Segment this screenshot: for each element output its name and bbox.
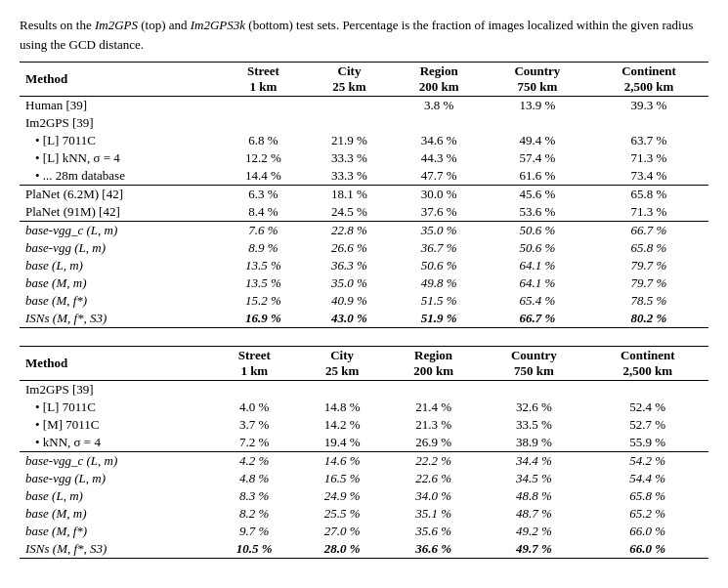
table-row: base-vgg_c (L, m)7.6 %22.8 %35.0 %50.6 %…: [20, 222, 708, 240]
cell-continent: 39.3 %: [589, 97, 708, 115]
col-city: City25 km: [306, 63, 392, 97]
table-row: • ... 28m database14.4 %33.3 %47.7 %61.6…: [20, 167, 708, 186]
cell-region: 26.9 %: [386, 434, 481, 452]
cell-continent: 65.8 %: [589, 186, 708, 204]
table-row: • [L] 7011C6.8 %21.9 %34.6 %49.4 %63.7 %: [20, 132, 708, 149]
cell-street: 4.8 %: [210, 470, 298, 487]
cell-continent: [587, 381, 708, 399]
cell-street: 8.3 %: [210, 487, 298, 505]
cell-country: 33.5 %: [481, 416, 586, 434]
cell-city: [306, 97, 392, 115]
cell-country: 32.6 %: [481, 399, 586, 416]
cell-continent: 65.8 %: [587, 487, 708, 505]
table-row: base (M, f*)9.7 %27.0 %35.6 %49.2 %66.0 …: [20, 523, 708, 540]
cell-street: 7.2 %: [210, 434, 298, 452]
cell-street: 16.9 %: [220, 310, 306, 328]
col-country: Country750 km: [486, 63, 589, 97]
cell-region: 35.1 %: [386, 505, 481, 523]
cell-country: 34.4 %: [481, 452, 586, 471]
cell-region: 50.6 %: [393, 257, 486, 274]
cell-region: 49.8 %: [393, 274, 486, 292]
cell-street: 6.3 %: [220, 186, 306, 204]
cell-continent: 55.9 %: [587, 434, 708, 452]
cell-country: 13.9 %: [486, 97, 589, 115]
cell-method: • [M] 7011C: [20, 416, 210, 434]
table-row: • [L] 7011C4.0 %14.8 %21.4 %32.6 %52.4 %: [20, 399, 708, 416]
cell-region: 22.2 %: [386, 452, 481, 471]
cell-region: 3.8 %: [393, 97, 486, 115]
cell-city: 14.2 %: [298, 416, 386, 434]
cell-continent: 79.7 %: [589, 274, 708, 292]
cell-continent: 54.2 %: [587, 452, 708, 471]
cell-continent: 71.3 %: [589, 149, 708, 167]
cell-method: PlaNet (6.2M) [42]: [20, 186, 220, 204]
table-row: base-vgg (L, m)8.9 %26.6 %36.7 %50.6 %65…: [20, 239, 708, 257]
cell-region: 22.6 %: [386, 470, 481, 487]
cell-street: 8.4 %: [220, 203, 306, 222]
col-region-b: Region200 km: [386, 347, 481, 381]
cell-country: 64.1 %: [486, 274, 589, 292]
cell-region: 44.3 %: [393, 149, 486, 167]
cell-method: PlaNet (91M) [42]: [20, 203, 220, 222]
cell-region: 37.6 %: [393, 203, 486, 222]
cell-region: 36.6 %: [386, 540, 481, 559]
cell-region: 47.7 %: [393, 167, 486, 186]
cell-country: 45.6 %: [486, 186, 589, 204]
cell-country: 50.6 %: [486, 239, 589, 257]
cell-region: 36.7 %: [393, 239, 486, 257]
cell-region: 21.4 %: [386, 399, 481, 416]
cell-method: base-vgg_c (L, m): [20, 222, 220, 240]
cell-city: 24.9 %: [298, 487, 386, 505]
cell-country: 49.4 %: [486, 132, 589, 149]
cell-street: 4.2 %: [210, 452, 298, 471]
table-row: base-vgg_c (L, m)4.2 %14.6 %22.2 %34.4 %…: [20, 452, 708, 471]
cell-country: [486, 114, 589, 132]
cell-region: [386, 381, 481, 399]
cell-continent: 66.7 %: [589, 222, 708, 240]
cell-method: Im2GPS [39]: [20, 381, 210, 399]
table-row: • [M] 7011C3.7 %14.2 %21.3 %33.5 %52.7 %: [20, 416, 708, 434]
cell-street: [210, 381, 298, 399]
results-table-bottom: Method Street1 km City25 km Region200 km…: [20, 346, 708, 559]
cell-city: 43.0 %: [306, 310, 392, 328]
cell-street: [220, 114, 306, 132]
cell-city: 14.8 %: [298, 399, 386, 416]
cell-street: 13.5 %: [220, 257, 306, 274]
cell-country: 57.4 %: [486, 149, 589, 167]
cell-continent: 66.0 %: [587, 523, 708, 540]
cell-country: 50.6 %: [486, 222, 589, 240]
table-row: ISNs (M, f*, S3)10.5 %28.0 %36.6 %49.7 %…: [20, 540, 708, 559]
cell-country: [481, 381, 586, 399]
cell-country: 66.7 %: [486, 310, 589, 328]
col-continent-b: Continent2,500 km: [587, 347, 708, 381]
cell-street: 4.0 %: [210, 399, 298, 416]
col-country-b: Country750 km: [481, 347, 586, 381]
table-row: base (M, f*)15.2 %40.9 %51.5 %65.4 %78.5…: [20, 292, 708, 310]
cell-city: 33.3 %: [306, 167, 392, 186]
cell-method: ISNs (M, f*, S3): [20, 310, 220, 328]
cell-city: 27.0 %: [298, 523, 386, 540]
table-row: • kNN, σ = 47.2 %19.4 %26.9 %38.9 %55.9 …: [20, 434, 708, 452]
col-street: Street1 km: [220, 63, 306, 97]
cell-street: 14.4 %: [220, 167, 306, 186]
col-method: Method: [20, 63, 220, 97]
col-region: Region200 km: [393, 63, 486, 97]
cell-street: 7.6 %: [220, 222, 306, 240]
cell-continent: 52.4 %: [587, 399, 708, 416]
table-row: Im2GPS [39]: [20, 381, 708, 399]
table-row: PlaNet (6.2M) [42]6.3 %18.1 %30.0 %45.6 …: [20, 186, 708, 204]
cell-method: base (L, m): [20, 487, 210, 505]
cell-street: 6.8 %: [220, 132, 306, 149]
cell-region: 34.6 %: [393, 132, 486, 149]
table-header-top: Method Street1 km City25 km Region200 km…: [20, 63, 708, 97]
bottom-table-body: Im2GPS [39]• [L] 7011C4.0 %14.8 %21.4 %3…: [20, 381, 708, 559]
cell-city: 40.9 %: [306, 292, 392, 310]
table-row: base-vgg (L, m)4.8 %16.5 %22.6 %34.5 %54…: [20, 470, 708, 487]
cell-city: 18.1 %: [306, 186, 392, 204]
table-row: Human [39]3.8 %13.9 %39.3 %: [20, 97, 708, 115]
cell-method: Im2GPS [39]: [20, 114, 220, 132]
table-row: base (M, m)13.5 %35.0 %49.8 %64.1 %79.7 …: [20, 274, 708, 292]
cell-region: 35.0 %: [393, 222, 486, 240]
cell-country: 34.5 %: [481, 470, 586, 487]
col-street-b: Street1 km: [210, 347, 298, 381]
